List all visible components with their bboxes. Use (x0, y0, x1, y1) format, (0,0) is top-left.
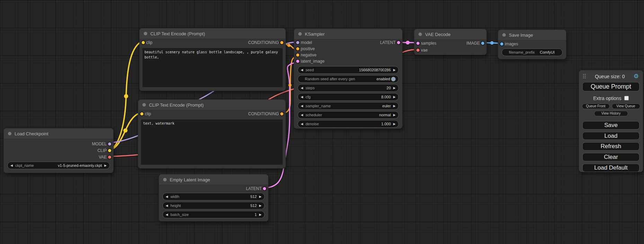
prompt-text[interactable]: text, watermark (141, 119, 283, 165)
increment-icon[interactable]: ▶ (259, 195, 262, 198)
decrement-icon[interactable]: ◀ (166, 204, 168, 207)
toggle-knob-icon[interactable] (391, 77, 396, 81)
refresh-button[interactable]: Refresh (582, 142, 639, 151)
increment-icon[interactable]: ▶ (393, 105, 396, 108)
images-input-port[interactable] (500, 42, 504, 46)
decrement-icon[interactable]: ◀ (301, 114, 303, 117)
widget-steps[interactable]: ◀ steps 20 ▶ (298, 84, 399, 92)
node-title-bar[interactable]: Empty Latent Image (159, 174, 268, 185)
load-button[interactable]: Load (582, 132, 639, 140)
output-label: CONDITIONING (248, 111, 279, 116)
node-title-bar[interactable]: VAE Decode (414, 29, 486, 40)
prompt-text[interactable]: beautiful scenery nature glass bottle la… (142, 48, 283, 87)
samples-input-port[interactable] (416, 41, 420, 46)
widget-label: width (170, 195, 179, 199)
view-queue-button[interactable]: View Queue (612, 103, 640, 109)
widget-label: scheduler (306, 113, 322, 117)
widget-cfg[interactable]: ◀ cfg 8.000 ▶ (298, 93, 399, 101)
node-title-bar[interactable]: Save Image (498, 30, 566, 40)
extra-options-checkbox[interactable] (624, 96, 629, 100)
increment-icon[interactable]: ▶ (393, 96, 396, 99)
graph-canvas[interactable]: Load Checkpoint MODEL CLIP VAE ◀ ckpt_na… (0, 0, 644, 244)
decrement-icon[interactable]: ◀ (301, 105, 303, 108)
image-output-port[interactable] (480, 41, 485, 46)
widget-width[interactable]: ◀ width 512 ▶ (162, 193, 265, 200)
node-clip-text-encode-negative[interactable]: CLIP Text Encode (Prompt) clip CONDITION… (138, 99, 286, 169)
widget-filename-prefix[interactable]: filename_prefix ComfyUI (502, 48, 563, 56)
node-title-bar[interactable]: KSampler (294, 29, 402, 39)
output-label: IMAGE (466, 41, 480, 46)
node-title: Load Checkpoint (15, 131, 48, 136)
node-clip-text-encode-positive[interactable]: CLIP Text Encode (Prompt) clip CONDITION… (139, 28, 286, 91)
drag-handle-icon[interactable] (583, 74, 586, 79)
increment-icon[interactable]: ▶ (393, 114, 396, 117)
decrement-icon[interactable]: ◀ (301, 69, 303, 72)
model-input-port[interactable] (295, 40, 300, 45)
node-title: VAE Decode (425, 32, 450, 37)
decrement-icon[interactable]: ◀ (301, 96, 303, 99)
increment-icon[interactable]: ▶ (104, 164, 107, 167)
widget-seed[interactable]: ◀ seed 156680208700286 ▶ (298, 66, 399, 74)
increment-icon[interactable]: ▶ (393, 123, 396, 126)
node-title-bar[interactable]: Load Checkpoint (4, 128, 113, 139)
increment-icon[interactable]: ▶ (259, 213, 262, 216)
positive-input-port[interactable] (295, 46, 300, 51)
latent-output-port[interactable] (262, 187, 267, 191)
clip-input-port[interactable] (141, 40, 145, 45)
widget-sampler-name[interactable]: ◀ sampler_name euler ▶ (298, 102, 399, 110)
wire-clip-to-negative-prompt (110, 113, 140, 150)
collapse-dot-icon[interactable] (298, 32, 302, 36)
widget-scheduler[interactable]: ◀ scheduler normal ▶ (298, 111, 399, 119)
node-load-checkpoint[interactable]: Load Checkpoint MODEL CLIP VAE ◀ ckpt_na… (3, 128, 114, 173)
clear-button[interactable]: Clear (582, 153, 639, 161)
save-button[interactable]: Save (582, 121, 639, 129)
queue-prompt-button[interactable]: Queue Prompt (582, 82, 639, 91)
conditioning-output-port[interactable] (280, 112, 284, 116)
node-empty-latent-image[interactable]: Empty Latent Image LATENT ◀ width 512 ▶ … (159, 174, 268, 222)
settings-gear-icon[interactable]: ⚙ (634, 73, 639, 79)
node-ksampler[interactable]: KSampler model LATENT positive negative … (294, 28, 403, 129)
increment-icon[interactable]: ▶ (393, 87, 396, 90)
latent-image-input-port[interactable] (295, 59, 300, 63)
node-title: CLIP Text Encode (Prompt) (150, 31, 205, 36)
vae-output-port[interactable] (107, 155, 112, 159)
increment-icon[interactable]: ▶ (259, 204, 262, 207)
queue-front-button[interactable]: Queue Front (582, 103, 610, 109)
decrement-icon[interactable]: ◀ (166, 213, 168, 216)
decrement-icon[interactable]: ◀ (10, 164, 13, 167)
collapse-dot-icon[interactable] (163, 178, 167, 181)
node-title-bar[interactable]: CLIP Text Encode (Prompt) (140, 28, 285, 39)
latent-output-port[interactable] (396, 40, 401, 45)
model-output-port[interactable] (107, 142, 112, 146)
decrement-icon[interactable]: ◀ (301, 87, 303, 90)
widget-height[interactable]: ◀ height 512 ▶ (162, 202, 265, 209)
collapse-dot-icon[interactable] (144, 32, 147, 35)
link-dot (124, 94, 128, 98)
load-default-button[interactable]: Load Default (582, 164, 639, 172)
widget-value: 156680208700286 (359, 68, 391, 72)
view-history-button[interactable]: View History (594, 111, 628, 116)
decrement-icon[interactable]: ◀ (166, 195, 168, 198)
collapse-dot-icon[interactable] (142, 103, 146, 107)
input-label: model (301, 40, 312, 45)
conditioning-output-port[interactable] (280, 40, 284, 45)
decrement-icon[interactable]: ◀ (301, 123, 303, 126)
clip-input-port[interactable] (140, 112, 144, 116)
vae-input-port[interactable] (416, 48, 420, 53)
negative-input-port[interactable] (295, 53, 300, 57)
collapse-dot-icon[interactable] (418, 33, 422, 36)
node-title-bar[interactable]: CLIP Text Encode (Prompt) (138, 100, 285, 110)
collapse-dot-icon[interactable] (8, 132, 11, 135)
io-row: samples IMAGE (414, 40, 486, 47)
widget-batch-size[interactable]: ◀ batch_size 1 ▶ (162, 211, 265, 218)
node-vae-decode[interactable]: VAE Decode samples IMAGE vae (414, 29, 487, 55)
io-row: clip CONDITIONING (138, 110, 285, 117)
node-save-image[interactable]: Save Image images filename_prefix ComfyU… (498, 29, 566, 59)
increment-icon[interactable]: ▶ (393, 69, 396, 72)
clip-output-port[interactable] (107, 148, 112, 153)
widget-ckpt-name[interactable]: ◀ ckpt_name v1-5-pruned-emaonly.ckpt ▶ (7, 162, 110, 169)
widget-denoise[interactable]: ◀ denoise 1.000 ▶ (298, 120, 399, 128)
node-title: CLIP Text Encode (Prompt) (149, 102, 204, 108)
collapse-dot-icon[interactable] (502, 33, 506, 37)
widget-random-seed-toggle[interactable]: Random seed after every gen enabled (298, 75, 399, 83)
